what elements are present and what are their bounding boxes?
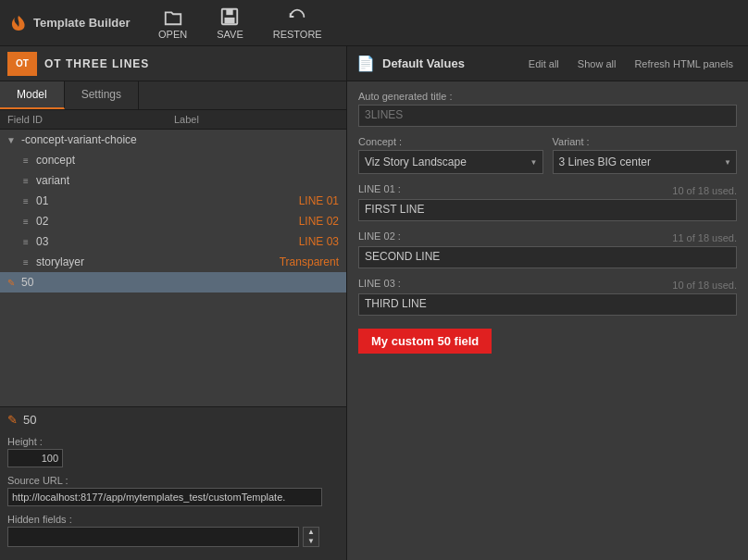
field-id-text: 03 xyxy=(36,235,48,248)
triangle-icon: ▼ xyxy=(4,132,19,147)
custom-50-field: My custom 50 field xyxy=(358,329,492,354)
spin-down[interactable]: ▼ xyxy=(304,537,318,546)
right-content: Auto generated title : 3LINES Concept : … xyxy=(347,81,748,560)
app-logo-area: Template Builder xyxy=(0,14,143,32)
lines-icon: ≡ xyxy=(19,153,33,168)
line02-value[interactable]: SECOND LINE xyxy=(358,246,737,268)
field-row[interactable]: ≡ concept xyxy=(0,150,346,170)
thumb-text: OT xyxy=(16,58,29,68)
edit-all-button[interactable]: Edit all xyxy=(523,56,565,71)
col-header-id: Field ID xyxy=(7,114,174,125)
app-title: Template Builder xyxy=(33,16,131,30)
line03-value[interactable]: THIRD LINE xyxy=(358,293,737,316)
lines-icon: ≡ xyxy=(19,214,33,229)
hidden-fields-input[interactable] xyxy=(7,527,299,547)
field-label-text: LINE 01 xyxy=(299,194,339,207)
line03-section: LINE 03 : 10 of 18 used. THIRD LINE xyxy=(358,278,737,316)
line01-section: LINE 01 : 10 of 18 used. FIRST LINE xyxy=(358,183,737,221)
left-panel: OT OT THREE LINES Model Settings Field I… xyxy=(0,46,347,560)
height-label: Height : xyxy=(7,436,339,447)
toolbar: Template Builder OPEN SAVE RESTORE xyxy=(0,0,748,46)
line03-used: 10 of 18 used. xyxy=(672,280,737,291)
field-list-header: Field ID Label xyxy=(0,110,346,130)
template-name: OT THREE LINES xyxy=(44,57,149,70)
bottom-edit-icon: ✎ xyxy=(7,413,18,427)
lines-icon: ≡ xyxy=(19,234,33,249)
right-header-title: Default Values xyxy=(382,56,516,70)
col-header-label: Label xyxy=(174,114,339,125)
variant-col: Variant : 3 Lines BIG center xyxy=(553,136,738,174)
field-list: ▼ -concept-variant-choice ≡ concept ≡ va… xyxy=(0,130,346,406)
template-header: OT OT THREE LINES xyxy=(0,46,346,81)
field-id-text: storylayer xyxy=(36,255,84,268)
bottom-panel: ✎ 50 Height : Source URL : Hidden fields… xyxy=(0,406,346,560)
field-row-50[interactable]: ✎ 50 xyxy=(0,272,346,292)
line02-section: LINE 02 : 11 of 18 used. SECOND LINE xyxy=(358,230,737,268)
line02-label: LINE 02 : xyxy=(358,230,401,242)
field-row[interactable]: ≡ storylayer Transparent xyxy=(0,252,346,272)
field-row[interactable]: ▼ -concept-variant-choice xyxy=(0,130,346,150)
height-group: Height : xyxy=(7,436,339,467)
right-header: 📄 Default Values Edit all Show all Refre… xyxy=(347,46,748,81)
field-row[interactable]: ≡ variant xyxy=(0,170,346,191)
lines-icon: ≡ xyxy=(19,255,33,269)
right-panel: 📄 Default Values Edit all Show all Refre… xyxy=(347,46,748,560)
source-url-group: Source URL : xyxy=(7,475,339,506)
concept-label: Concept : xyxy=(358,136,543,147)
hidden-fields-label: Hidden fields : xyxy=(7,514,339,525)
flame-icon xyxy=(9,14,28,32)
concept-variant-row: Concept : Viz Story Landscape Variant : … xyxy=(358,136,737,174)
line01-label: LINE 01 : xyxy=(358,183,401,194)
save-icon xyxy=(219,6,240,27)
field-id-text: variant xyxy=(36,174,69,187)
restore-icon xyxy=(287,6,307,27)
concept-select[interactable]: Viz Story Landscape xyxy=(358,150,543,174)
open-button[interactable]: OPEN xyxy=(143,1,202,45)
line01-value[interactable]: FIRST LINE xyxy=(358,199,737,221)
tabs: Model Settings xyxy=(0,81,346,110)
main-layout: OT OT THREE LINES Model Settings Field I… xyxy=(0,46,748,560)
field-id-text: 02 xyxy=(36,215,48,228)
field-row[interactable]: ≡ 03 LINE 03 xyxy=(0,231,346,252)
spin-up[interactable]: ▲ xyxy=(304,528,318,537)
bottom-title-text: 50 xyxy=(23,413,36,427)
source-url-label: Source URL : xyxy=(7,475,339,486)
variant-select-wrapper: 3 Lines BIG center xyxy=(553,150,738,174)
line01-used: 10 of 18 used. xyxy=(672,185,737,196)
tab-model[interactable]: Model xyxy=(0,81,65,109)
variant-select[interactable]: 3 Lines BIG center xyxy=(553,150,738,174)
document-icon: 📄 xyxy=(356,55,375,72)
tab-settings[interactable]: Settings xyxy=(65,81,139,109)
source-url-input[interactable] xyxy=(7,488,322,506)
svg-rect-1 xyxy=(227,8,233,14)
restore-button[interactable]: RESTORE xyxy=(258,1,337,45)
height-input[interactable] xyxy=(7,449,63,467)
lines-icon: ≡ xyxy=(19,193,33,208)
svg-rect-2 xyxy=(225,17,235,22)
open-icon xyxy=(163,6,183,27)
auto-title-value: 3LINES xyxy=(358,105,737,127)
field-row[interactable]: ≡ 01 LINE 01 xyxy=(0,191,346,211)
custom-field-container: My custom 50 field xyxy=(358,325,737,354)
template-thumb: OT xyxy=(7,52,37,76)
line01-header: LINE 01 : 10 of 18 used. xyxy=(358,183,737,197)
field-id-text: 50 xyxy=(21,276,33,289)
field-id-text: -concept-variant-choice xyxy=(21,133,137,146)
refresh-html-button[interactable]: Refresh HTML panels xyxy=(629,56,739,71)
concept-col: Concept : Viz Story Landscape xyxy=(358,136,543,174)
field-label-text: LINE 02 xyxy=(299,215,339,228)
line02-used: 11 of 18 used. xyxy=(672,232,737,243)
hidden-fields-spinner[interactable]: ▲ ▼ xyxy=(303,527,319,547)
edit-icon: ✎ xyxy=(4,275,19,290)
field-id-text: concept xyxy=(36,154,75,167)
hidden-fields-group: Hidden fields : ▲ ▼ xyxy=(7,514,339,547)
show-all-button[interactable]: Show all xyxy=(572,56,622,71)
bottom-title: ✎ 50 xyxy=(7,413,339,427)
field-row[interactable]: ≡ 02 LINE 02 xyxy=(0,211,346,231)
line03-header: LINE 03 : 10 of 18 used. xyxy=(358,278,737,292)
variant-label: Variant : xyxy=(553,136,738,147)
auto-title-label: Auto generated title : xyxy=(358,91,737,102)
hidden-fields-row: ▲ ▼ xyxy=(7,527,339,547)
field-label-text: Transparent xyxy=(280,255,339,268)
save-button[interactable]: SAVE xyxy=(202,1,258,45)
